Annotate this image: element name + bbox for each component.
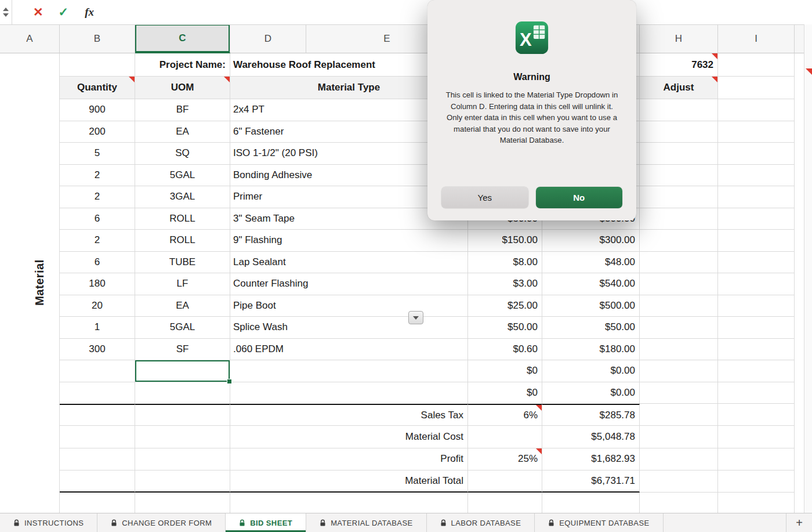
sheet-tab-equipment-database[interactable]: EQUIPMENT DATABASE: [535, 513, 663, 532]
cell-a[interactable]: [0, 493, 60, 513]
cell-rate[interactable]: [468, 426, 542, 448]
cell-total[interactable]: $180.00: [542, 339, 640, 361]
cell-a[interactable]: [0, 448, 60, 471]
cell-b[interactable]: [60, 471, 135, 493]
cell-unit-cost[interactable]: $3.00: [468, 273, 542, 295]
header-adjust[interactable]: Adjust: [640, 77, 718, 99]
cell-a[interactable]: [0, 360, 60, 382]
cell-uom[interactable]: SF: [135, 339, 230, 361]
cell-unit-cost[interactable]: $0: [468, 360, 542, 382]
cell-quantity[interactable]: 900: [60, 99, 135, 121]
cell-rate[interactable]: [468, 471, 542, 493]
cell-a[interactable]: [0, 121, 60, 143]
cell-i[interactable]: [718, 186, 795, 208]
formula-bar-stepper[interactable]: [0, 0, 12, 24]
cell-profit-rate[interactable]: 25%: [468, 448, 542, 471]
cell-a[interactable]: [0, 426, 60, 448]
add-sheet-button[interactable]: +: [786, 513, 812, 532]
column-header-c-selected[interactable]: C: [135, 24, 230, 53]
cell-uom[interactable]: LF: [135, 273, 230, 295]
project-name-label[interactable]: Project Name:: [135, 53, 230, 77]
cell-quantity[interactable]: [60, 382, 135, 404]
cell-unit-cost[interactable]: $8.00: [468, 252, 542, 274]
cell-a[interactable]: [0, 99, 60, 121]
sheet-tab-material-database[interactable]: MATERIAL DATABASE: [306, 513, 426, 532]
cell-b[interactable]: [60, 53, 135, 77]
summary-label-material-total[interactable]: Material Total: [230, 471, 468, 493]
dropdown-button[interactable]: [408, 311, 423, 324]
cell-quantity[interactable]: 6: [60, 208, 135, 230]
cell-quantity[interactable]: 20: [60, 295, 135, 317]
cell-i[interactable]: [718, 404, 795, 426]
sheet-tab-change-order-form[interactable]: CHANGE ORDER FORM: [97, 513, 226, 532]
cell-adjust[interactable]: [640, 99, 718, 121]
cell-i[interactable]: [718, 273, 795, 295]
cell-a[interactable]: [0, 471, 60, 493]
confirm-entry-icon[interactable]: ✓: [59, 5, 69, 19]
cell-unit-cost[interactable]: $0: [468, 382, 542, 404]
cell-total[interactable]: $300.00: [542, 230, 640, 252]
cell-uom[interactable]: 3GAL: [135, 186, 230, 208]
cell-profit-amount[interactable]: $1,682.93: [542, 448, 640, 471]
cell-total[interactable]: $48.00: [542, 252, 640, 274]
cell-adjust[interactable]: [640, 339, 718, 361]
cell-b[interactable]: [60, 448, 135, 471]
cell-i[interactable]: [718, 208, 795, 230]
cell-adjust[interactable]: [640, 186, 718, 208]
cell-tax-amount[interactable]: $285.78: [542, 404, 640, 426]
cell-a[interactable]: [0, 143, 60, 165]
cell-a[interactable]: [0, 77, 60, 99]
cell-a[interactable]: [0, 186, 60, 208]
cell-uom[interactable]: TUBE: [135, 252, 230, 274]
cell-i[interactable]: [718, 53, 795, 77]
cell-i[interactable]: [718, 493, 795, 513]
cell-i[interactable]: [718, 230, 795, 252]
cell-adjust[interactable]: [640, 404, 718, 426]
column-header-d[interactable]: D: [230, 24, 306, 53]
cell-i[interactable]: [718, 165, 795, 187]
cell-tax-rate[interactable]: 6%: [468, 404, 542, 426]
cell-uom[interactable]: BF: [135, 99, 230, 121]
vertical-scrollbar[interactable]: [804, 24, 812, 513]
header-quantity[interactable]: Quantity: [60, 77, 135, 99]
cancel-entry-icon[interactable]: ✕: [33, 5, 44, 19]
cell-adjust[interactable]: [640, 273, 718, 295]
header-uom[interactable]: UOM: [135, 77, 230, 99]
cell-total[interactable]: $500.00: [542, 295, 640, 317]
cell-unit-cost[interactable]: $150.00: [468, 230, 542, 252]
cell-uom[interactable]: ROLL: [135, 208, 230, 230]
cell-quantity[interactable]: 2: [60, 186, 135, 208]
cell-i[interactable]: [718, 252, 795, 274]
bid-number-cell[interactable]: 7632: [640, 53, 718, 77]
cell-quantity[interactable]: 2: [60, 165, 135, 187]
cell-unit-cost[interactable]: $50.00: [468, 317, 542, 339]
selected-cell[interactable]: [135, 360, 230, 382]
column-header-b[interactable]: B: [60, 24, 135, 53]
yes-button[interactable]: Yes: [441, 187, 528, 208]
cell-quantity[interactable]: 5: [60, 143, 135, 165]
cell-c[interactable]: [135, 404, 230, 426]
cell-a[interactable]: [0, 208, 60, 230]
summary-label-profit[interactable]: Profit: [230, 448, 468, 471]
cell-i[interactable]: [718, 295, 795, 317]
cell-material-type[interactable]: [230, 360, 468, 382]
cell-quantity[interactable]: 1: [60, 317, 135, 339]
cell-b[interactable]: [60, 426, 135, 448]
sheet-tab-bid-sheet[interactable]: BID SHEET: [226, 513, 306, 532]
cell-total[interactable]: $540.00: [542, 273, 640, 295]
sheet-tab-labor-database[interactable]: LABOR DATABASE: [427, 513, 535, 532]
cell-i[interactable]: [718, 471, 795, 493]
column-header-h[interactable]: H: [640, 24, 718, 53]
column-header-i[interactable]: I: [718, 24, 795, 53]
cell-adjust[interactable]: [640, 382, 718, 404]
cell-quantity[interactable]: [60, 360, 135, 382]
sheet-tab-instructions[interactable]: INSTRUCTIONS: [0, 513, 97, 532]
cell-adjust[interactable]: [640, 426, 718, 448]
cell-quantity[interactable]: 300: [60, 339, 135, 361]
cell-quantity[interactable]: 2: [60, 230, 135, 252]
cell-i[interactable]: [718, 77, 795, 99]
cell-total[interactable]: $0.00: [542, 382, 640, 404]
cell-i[interactable]: [718, 143, 795, 165]
cell-quantity[interactable]: 180: [60, 273, 135, 295]
cell-adjust[interactable]: [640, 448, 718, 471]
